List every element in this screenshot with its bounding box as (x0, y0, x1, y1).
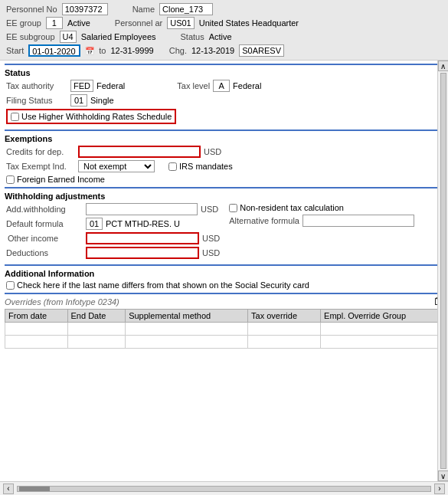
alt-formula-input[interactable] (302, 215, 414, 227)
overrides-title: Overrides (from Infotype 0234) (5, 297, 119, 307)
deductions-currency: USD (202, 248, 220, 257)
non-resident-text: Non-resident tax calculation (240, 203, 344, 212)
cell (67, 323, 126, 336)
other-income-input[interactable] (86, 232, 199, 244)
name-label: Name (132, 5, 155, 14)
tax-authority-code: FED (70, 80, 93, 92)
credits-dep-input[interactable] (78, 146, 201, 158)
foreign-earned-text: Foreign Earned Income (17, 175, 105, 184)
status-title: Status (5, 68, 443, 77)
tax-level-code: A (213, 80, 230, 92)
deductions-input[interactable] (86, 247, 199, 259)
ee-group-desc: Active (67, 18, 90, 28)
scroll-down-btn[interactable]: ∨ (438, 470, 449, 481)
scroll-left-btn[interactable]: ‹ (3, 484, 14, 494)
other-income-currency: USD (202, 234, 220, 243)
credits-dep-currency: USD (204, 147, 221, 156)
default-formula-label: Default formula (6, 219, 83, 228)
tax-exempt-select[interactable]: Not exempt (78, 160, 155, 172)
tax-authority-label: Tax authority (6, 81, 67, 90)
scroll-up-btn[interactable]: ∧ (438, 61, 449, 71)
status-value: Active (209, 32, 232, 41)
additional-section: Additional Information Check here if the… (5, 264, 443, 290)
ee-subgroup-code: U4 (60, 31, 77, 43)
scroll-right-group: › (434, 484, 445, 494)
higher-withholding-checkbox-label[interactable]: Use Higher Withholding Rates Schedule (6, 109, 176, 124)
irs-mandates-text: IRS mandates (179, 162, 233, 171)
personnel-no-label: Personnel No (6, 5, 57, 14)
default-formula-desc: PCT MTHD-RES. U (106, 219, 180, 228)
overrides-header: Overrides (from Infotype 0234) 🗓 (5, 294, 443, 309)
foreign-earned-label[interactable]: Foreign Earned Income (6, 175, 105, 184)
content-area: Status Tax authority FED Federal Tax lev… (0, 61, 448, 481)
last-name-label[interactable]: Check here if the last name differs from… (6, 280, 309, 290)
ee-group-label: EE group (6, 18, 41, 28)
col-from-date: From date (5, 310, 68, 323)
status-section: Status Tax authority FED Federal Tax lev… (5, 64, 443, 126)
scroll-left-group: ‹ (3, 484, 14, 494)
non-resident-checkbox[interactable] (229, 204, 237, 212)
bottom-scrollbar: ‹ › (0, 481, 448, 495)
cell (248, 323, 321, 336)
exemptions-section: Exemptions Credits for dep. USD Tax Exem… (5, 129, 443, 184)
col-end-date: End Date (67, 310, 126, 323)
foreign-earned-row: Foreign Earned Income (5, 175, 443, 184)
cell (67, 336, 126, 349)
chg-user: S0ARESV (239, 44, 284, 57)
chg-date: 12-13-2019 (191, 46, 234, 55)
overrides-header-row: From date End Date Supplemental method T… (5, 310, 443, 323)
to-label: to (99, 46, 106, 55)
personnel-ar-value: US01 (167, 17, 195, 29)
status-left: Tax authority FED Federal Tax level A Fe… (5, 80, 443, 126)
last-name-row: Check here if the last name differs from… (5, 280, 443, 290)
higher-withholding-row: Use Higher Withholding Rates Schedule (5, 109, 443, 124)
tax-exempt-label: Tax Exempt Ind. (6, 162, 75, 171)
personnel-no-value: 10397372 (62, 3, 108, 15)
filing-status-label: Filing Status (6, 96, 67, 105)
ee-subgroup-desc: Salaried Employees (81, 32, 156, 41)
overrides-table: From date End Date Supplemental method T… (5, 309, 443, 349)
alt-formula-label: Alternative formula (229, 216, 299, 225)
non-resident-label[interactable]: Non-resident tax calculation (229, 203, 344, 212)
cell (321, 336, 443, 349)
name-value: Clone_173 (159, 3, 213, 15)
col-empl-override: Empl. Override Group (321, 310, 443, 323)
cell (126, 323, 248, 336)
personnel-ar-desc: United States Headquarter (199, 18, 299, 28)
add-withholding-currency: USD (201, 205, 218, 214)
cell (248, 336, 321, 349)
ee-group-code: 1 (46, 17, 63, 29)
foreign-earned-checkbox[interactable] (6, 175, 15, 184)
h-scroll-track (17, 486, 431, 492)
last-name-text: Check here if the last name differs from… (17, 280, 309, 290)
status-content: Tax authority FED Federal Tax level A Fe… (5, 80, 443, 126)
h-scroll-thumb (19, 487, 50, 491)
exemptions-title: Exemptions (5, 134, 443, 143)
start-value[interactable]: 01-01-2020 (28, 44, 80, 57)
chg-label: Chg. (169, 46, 187, 55)
higher-withholding-checkbox[interactable] (11, 113, 19, 121)
tax-authority-desc: Federal (96, 81, 125, 90)
v-scroll-track (440, 73, 446, 469)
tax-level-label: Tax level (177, 81, 210, 90)
add-withholding-input[interactable] (86, 203, 198, 215)
irs-mandates-label[interactable]: IRS mandates (168, 162, 233, 171)
header-row-4: Start 01-01-2020 📅 to 12-31-9999 Chg. 12… (6, 44, 442, 57)
non-resident-row: Non-resident tax calculation (227, 203, 443, 212)
filing-status-row: Filing Status 01 Single (5, 94, 443, 107)
start-label: Start (6, 46, 24, 55)
cell (5, 336, 68, 349)
calendar-icon[interactable]: 📅 (85, 47, 94, 55)
last-name-checkbox[interactable] (6, 281, 15, 290)
default-formula-code: 01 (86, 218, 103, 230)
deductions-row: Deductions USD (5, 247, 221, 259)
vertical-scrollbar[interactable]: ∧ ∨ (437, 61, 448, 481)
col-supplemental: Supplemental method (126, 310, 248, 323)
scroll-right-btn[interactable]: › (434, 484, 445, 494)
end-value: 12-31-9999 (110, 46, 153, 55)
adj-right: Non-resident tax calculation Alternative… (227, 203, 443, 261)
filing-status-code: 01 (70, 94, 87, 107)
other-income-label: Other income (6, 234, 83, 243)
irs-mandates-checkbox[interactable] (168, 162, 177, 171)
withholding-title: Withholding adjustments (5, 192, 443, 201)
